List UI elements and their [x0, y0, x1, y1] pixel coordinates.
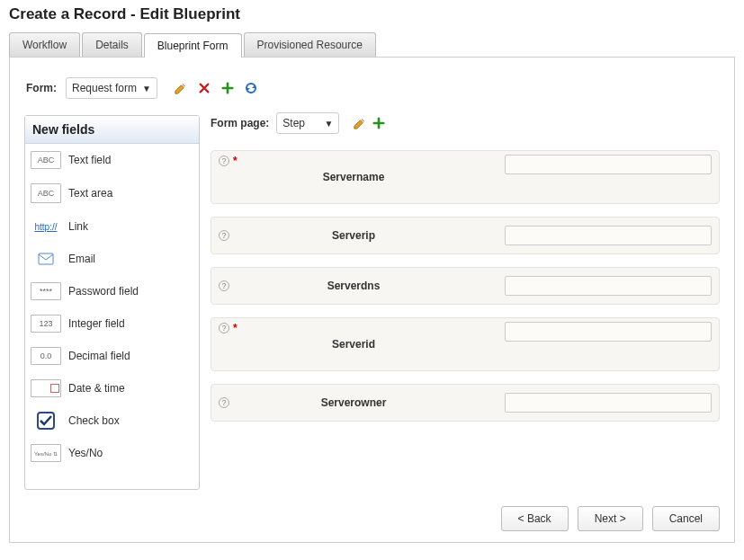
checkbox-icon	[31, 412, 61, 430]
palette-item-label: Email	[68, 253, 95, 265]
delete-icon[interactable]	[197, 81, 211, 95]
palette-text-area[interactable]: ABC Text area	[25, 176, 199, 210]
field-label: Serverip	[255, 229, 453, 242]
integer-icon: 123	[31, 315, 61, 333]
palette-link[interactable]: http:// Link	[25, 210, 199, 243]
palette-item-label: Yes/No	[68, 447, 103, 459]
palette-item-label: Date & time	[68, 382, 125, 395]
form-selector-dropdown[interactable]: Request form ▼	[66, 77, 157, 99]
field-input-serverip[interactable]	[505, 226, 712, 245]
decimal-icon: 0.0	[31, 347, 61, 365]
datetime-icon	[31, 379, 61, 397]
form-page-value: Step	[282, 117, 305, 129]
form-selector-label: Form:	[26, 82, 57, 94]
help-icon[interactable]: ?	[219, 280, 229, 291]
text-field-icon: ABC	[31, 151, 61, 169]
field-label: Serverowner	[255, 396, 453, 409]
required-icon: *	[233, 155, 238, 167]
pencil-icon[interactable]	[174, 81, 188, 95]
password-icon: ****	[31, 282, 61, 300]
required-icon: *	[233, 322, 238, 334]
field-row-serverip[interactable]: ? Serverip	[211, 217, 720, 254]
palette-decimal[interactable]: 0.0 Decimal field	[25, 340, 199, 372]
field-row-servername[interactable]: ?* Servername	[211, 150, 720, 204]
chevron-down-icon: ▼	[324, 119, 333, 129]
email-icon	[31, 250, 61, 268]
field-label: Servername	[255, 171, 453, 183]
help-icon[interactable]: ?	[219, 230, 229, 241]
new-fields-panel: New fields ABC Text field ABC Text area …	[24, 115, 200, 490]
palette-password[interactable]: **** Password field	[25, 275, 199, 307]
palette-checkbox[interactable]: Check box	[25, 404, 199, 437]
add-icon[interactable]	[220, 81, 235, 95]
field-input-serverid[interactable]	[505, 322, 712, 342]
field-input-servername[interactable]	[505, 155, 712, 174]
field-row-serverowner[interactable]: ? Serverowner	[211, 384, 720, 422]
text-area-icon: ABC	[31, 183, 61, 203]
palette-item-label: Decimal field	[68, 350, 130, 362]
form-selector-row: Form: Request form ▼	[24, 77, 720, 99]
tab-bar: Workflow Details Blueprint Form Provisio…	[9, 32, 735, 58]
field-label: Serverdns	[255, 280, 453, 292]
tab-details[interactable]: Details	[82, 32, 142, 57]
chevron-down-icon: ▼	[142, 84, 151, 93]
palette-item-label: Text field	[68, 154, 111, 166]
back-button[interactable]: < Back	[501, 506, 569, 531]
field-row-serverid[interactable]: ?* Serverid	[211, 317, 720, 371]
svg-rect-0	[39, 253, 53, 264]
help-icon[interactable]: ?	[219, 323, 229, 333]
pencil-icon[interactable]	[352, 116, 366, 130]
palette-yesno[interactable]: Yes/No ⇅ Yes/No	[25, 437, 199, 469]
form-page-dropdown[interactable]: Step ▼	[276, 112, 339, 134]
tab-workflow[interactable]: Workflow	[9, 32, 80, 57]
add-icon[interactable]	[372, 116, 386, 130]
form-page-label: Form page:	[211, 117, 269, 129]
help-icon[interactable]: ?	[219, 397, 229, 408]
field-row-serverdns[interactable]: ? Serverdns	[211, 267, 720, 305]
form-page-row: Form page: Step ▼	[211, 112, 720, 134]
palette-datetime[interactable]: Date & time	[25, 372, 199, 404]
tab-blueprint-form[interactable]: Blueprint Form	[144, 33, 242, 58]
palette-email[interactable]: Email	[25, 243, 199, 275]
palette-item-label: Text area	[68, 187, 112, 200]
footer-buttons: < Back Next > Cancel	[24, 490, 720, 531]
field-input-serverdns[interactable]	[505, 276, 712, 296]
palette-text-field[interactable]: ABC Text field	[25, 144, 199, 176]
palette-item-label: Password field	[68, 285, 139, 298]
form-selector-value: Request form	[72, 82, 137, 94]
page-title: Create a Record - Edit Blueprint	[9, 5, 735, 23]
help-icon[interactable]: ?	[219, 156, 229, 166]
refresh-icon[interactable]	[244, 81, 258, 95]
yesno-icon: Yes/No ⇅	[31, 444, 61, 462]
field-input-serverowner[interactable]	[505, 393, 712, 413]
field-label: Serverid	[255, 338, 453, 351]
link-icon: http://	[31, 218, 61, 236]
cancel-button[interactable]: Cancel	[652, 506, 720, 531]
palette-item-label: Integer field	[68, 317, 125, 330]
new-fields-title: New fields	[25, 116, 199, 144]
tab-provisioned-resource[interactable]: Provisioned Resource	[244, 32, 376, 57]
palette-integer[interactable]: 123 Integer field	[25, 307, 199, 340]
palette-item-label: Link	[68, 220, 88, 233]
form-fields-list: ?* Servername ? Serverip ? Serverdns	[211, 150, 720, 422]
next-button[interactable]: Next >	[578, 506, 643, 531]
palette-item-label: Check box	[68, 414, 120, 427]
